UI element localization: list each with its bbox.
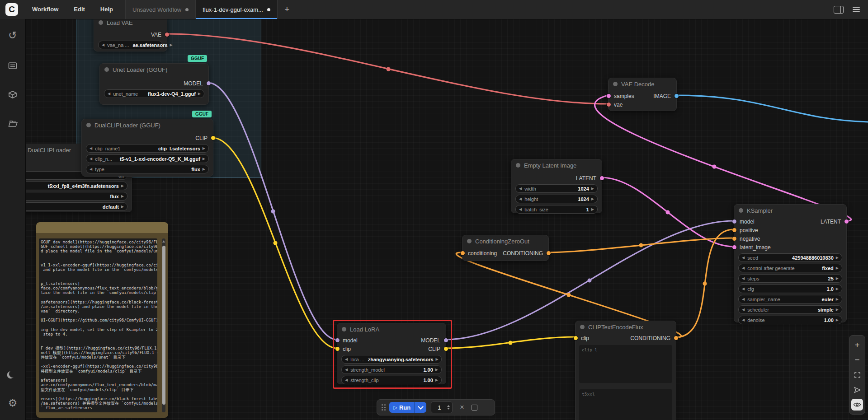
next-value-icon[interactable] xyxy=(119,203,124,210)
input-slot-model[interactable] xyxy=(732,219,736,224)
output-slot-image[interactable] xyxy=(675,94,679,98)
widget-batch-size[interactable]: batch_size1 xyxy=(515,205,598,214)
scrollbar-thumb[interactable] xyxy=(162,246,165,405)
increment-icon[interactable] xyxy=(834,275,839,282)
node-vae-decode[interactable]: VAE Decode samples IMAGE vae xyxy=(608,78,677,111)
widget-cfg[interactable]: cfg1.0 xyxy=(738,285,842,293)
node-title[interactable]: ConditioningZeroOut xyxy=(462,235,548,247)
next-value-icon[interactable] xyxy=(200,145,205,152)
prev-value-icon[interactable] xyxy=(90,155,92,163)
settings-gear-icon[interactable]: ⚙ xyxy=(0,395,25,411)
node-conditioning-zero-out[interactable]: ConditioningZeroOut conditioning CONDITI… xyxy=(462,235,549,261)
node-note[interactable]: GGUF dev model](https://huggingface.co/c… xyxy=(36,222,168,418)
run-button[interactable]: ▷ Run xyxy=(389,402,427,413)
increment-icon[interactable] xyxy=(433,366,438,373)
prev-value-icon[interactable] xyxy=(742,264,745,272)
node-title[interactable]: CLIPTextEncodeFlux xyxy=(576,321,676,333)
fit-view-icon[interactable] xyxy=(851,369,863,381)
output-slot-vae[interactable] xyxy=(165,33,169,37)
node-title[interactable]: Load LoRA xyxy=(337,323,446,335)
run-options-chevron-icon[interactable] xyxy=(415,406,426,409)
next-value-icon[interactable] xyxy=(119,182,124,190)
widget-seed[interactable]: seed425948886010830 xyxy=(738,253,842,262)
increment-icon[interactable] xyxy=(834,316,839,324)
increment-icon[interactable] xyxy=(589,185,594,192)
output-slot-clip[interactable] xyxy=(444,347,448,351)
increment-icon[interactable] xyxy=(589,195,594,203)
next-value-icon[interactable] xyxy=(168,41,173,49)
batch-count-spinner[interactable] xyxy=(447,405,450,410)
decrement-icon[interactable] xyxy=(519,205,522,213)
tab-unsaved-workflow[interactable]: Unsaved Workflow xyxy=(125,0,195,19)
note-title-bar[interactable] xyxy=(36,222,168,233)
node-title[interactable]: KSampler xyxy=(734,205,846,216)
node-ksampler[interactable]: KSampler model LATENT positive negative … xyxy=(734,204,847,322)
node-unet-loader-gguf[interactable]: GGUF Unet Loader (GGUF) MODEL unet_namef… xyxy=(99,63,209,105)
next-value-icon[interactable] xyxy=(834,306,839,313)
toggle-panel-icon[interactable] xyxy=(834,6,844,14)
widget-clip-name1[interactable]: clip_name1clip_l.safetensors xyxy=(86,144,209,153)
prev-value-icon[interactable] xyxy=(90,165,92,173)
decrement-icon[interactable] xyxy=(742,285,745,293)
output-slot-latent[interactable] xyxy=(600,176,604,180)
node-empty-latent-image[interactable]: Empty Latent Image LATENT width1024 heig… xyxy=(511,159,602,213)
workflows-folder-icon[interactable] xyxy=(0,116,25,132)
widget-steps[interactable]: steps25 xyxy=(738,274,842,283)
t5xxl-prompt-textarea[interactable] xyxy=(579,389,672,420)
select-mode-icon[interactable] xyxy=(851,384,863,396)
hamburger-menu-icon[interactable] xyxy=(853,7,860,12)
tab-flux-dev-gguf[interactable]: flux-1-dev-gguf-exam... xyxy=(195,0,278,19)
widget-height[interactable]: height1024 xyxy=(515,195,598,203)
increment-icon[interactable] xyxy=(433,376,438,384)
output-slot-model[interactable] xyxy=(207,81,211,85)
queue-icon[interactable] xyxy=(0,58,25,74)
decrement-icon[interactable] xyxy=(345,376,348,384)
node-load-lora[interactable]: Load LoRA model MODEL clip CLIP lora ...… xyxy=(337,323,446,384)
increment-icon[interactable] xyxy=(589,205,594,213)
menu-help[interactable]: Help xyxy=(93,0,121,19)
prev-value-icon[interactable] xyxy=(108,90,110,98)
prev-value-icon[interactable] xyxy=(345,355,348,363)
clip-l-prompt-textarea[interactable] xyxy=(579,345,672,383)
input-slot-negative[interactable] xyxy=(732,237,736,241)
prev-value-icon[interactable] xyxy=(90,145,92,152)
node-title[interactable]: VAE Decode xyxy=(609,78,676,90)
next-value-icon[interactable] xyxy=(834,295,839,303)
node-title[interactable]: Empty Latent Image xyxy=(511,159,602,171)
input-slot-clip[interactable] xyxy=(335,347,340,351)
menu-edit[interactable]: Edit xyxy=(66,0,93,19)
next-value-icon[interactable] xyxy=(196,90,201,98)
increment-icon[interactable] xyxy=(834,285,839,293)
next-value-icon[interactable] xyxy=(119,192,124,200)
node-title[interactable]: DualCLIPLoader (GGUF) xyxy=(82,119,213,131)
decrement-icon[interactable] xyxy=(742,254,745,261)
node-title[interactable]: Unet Loader (GGUF) xyxy=(100,64,208,75)
widget-lora-name[interactable]: lora ...zhangyuanying.safetensors xyxy=(341,355,442,364)
scroll-up-icon[interactable] xyxy=(162,240,165,243)
decrement-icon[interactable] xyxy=(345,366,348,373)
toggle-link-visibility-eye-icon[interactable] xyxy=(851,399,863,411)
zoom-out-icon[interactable]: − xyxy=(851,354,863,366)
decrement-icon[interactable] xyxy=(742,275,745,282)
widget-strength-model[interactable]: strength_model1.00 xyxy=(341,365,442,374)
input-slot-samples[interactable] xyxy=(607,94,611,98)
output-slot-latent[interactable] xyxy=(844,219,849,224)
theme-moon-icon[interactable] xyxy=(0,366,25,382)
note-scrollbar[interactable] xyxy=(162,238,165,412)
unsaved-dot-icon[interactable] xyxy=(267,8,270,11)
output-slot-conditioning[interactable] xyxy=(674,336,678,340)
prev-value-icon[interactable] xyxy=(742,306,745,313)
batch-count-input[interactable]: 1 xyxy=(431,401,453,413)
widget-denoise[interactable]: denoise1.00 xyxy=(738,316,842,324)
prev-value-icon[interactable] xyxy=(102,41,104,49)
input-slot-clip[interactable] xyxy=(574,336,578,340)
input-slot-conditioning[interactable] xyxy=(461,251,465,255)
new-tab-button[interactable]: + xyxy=(278,0,297,19)
widget-clip-name2[interactable]: clip_n...t5-v1_1-xxl-encoder-Q5_K_M.gguf xyxy=(86,154,209,163)
widget-scheduler[interactable]: schedulersimple xyxy=(738,305,842,314)
next-value-icon[interactable] xyxy=(834,264,839,272)
unsaved-dot-icon[interactable] xyxy=(185,8,189,11)
widget-sampler-name[interactable]: sampler_nameeuler xyxy=(738,295,842,303)
increment-icon[interactable] xyxy=(834,254,839,261)
node-clip-text-encode-flux[interactable]: CLIPTextEncodeFlux clip CONDITIONING xyxy=(575,321,676,420)
